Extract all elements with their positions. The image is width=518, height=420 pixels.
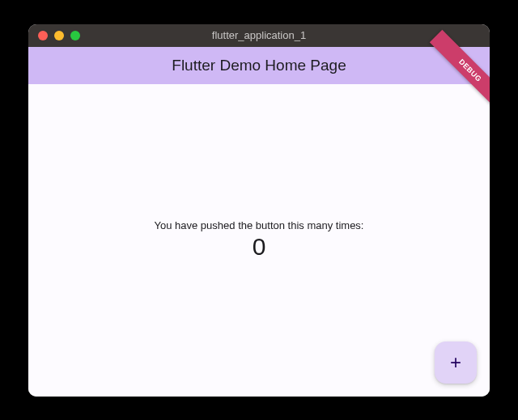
plus-icon: + [450, 353, 461, 372]
increment-fab[interactable]: + [435, 342, 477, 384]
body-area: You have pushed the button this many tim… [28, 84, 490, 397]
minimize-window-button[interactable] [54, 31, 64, 40]
appbar-title: Flutter Demo Home Page [172, 57, 346, 74]
maximize-window-button[interactable] [70, 31, 80, 40]
titlebar: flutter_application_1 [28, 24, 490, 47]
window-title: flutter_application_1 [212, 29, 306, 41]
counter-label: You have pushed the button this many tim… [155, 219, 364, 231]
application-window: flutter_application_1 DEBUG Flutter Demo… [28, 24, 490, 397]
close-window-button[interactable] [38, 31, 48, 40]
appbar: Flutter Demo Home Page [28, 47, 490, 84]
app-area: DEBUG Flutter Demo Home Page You have pu… [28, 47, 490, 397]
counter-value: 0 [253, 233, 266, 261]
traffic-lights [28, 31, 80, 40]
